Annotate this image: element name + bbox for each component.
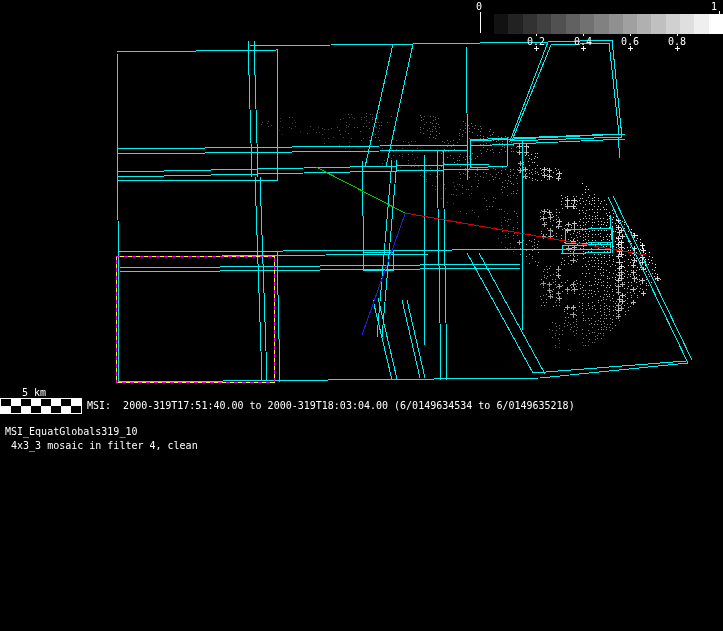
footprint-edge — [118, 363, 688, 382]
colorbar-step — [551, 14, 565, 34]
footprint-edge — [365, 44, 393, 167]
colorbar-tick-label: 0.2 — [527, 36, 545, 47]
footprint-edge — [117, 52, 119, 383]
colorbar-step — [694, 14, 708, 34]
colorbar-step — [566, 14, 580, 34]
footprint-edge — [378, 298, 397, 379]
colorbar-tick-label: 0.6 — [621, 36, 639, 47]
colorbar-step — [523, 14, 537, 34]
colorbar-tick-label: 0.8 — [668, 36, 686, 47]
sequence-description: 4x3_3 mosaic in filter 4, clean — [5, 440, 198, 451]
axis-line-red — [405, 213, 645, 255]
axis-line-green — [316, 167, 405, 213]
footprint-edge — [466, 45, 468, 180]
footprint-edge — [424, 155, 425, 345]
footprint-edge — [613, 196, 692, 360]
selected-footprint-dashed-outline — [116, 256, 274, 382]
colorbar-step — [680, 14, 694, 34]
footprint-edge — [118, 169, 490, 177]
footprint-edge — [373, 300, 392, 380]
colorbar-step — [508, 14, 522, 34]
colorbar-tick-label: 0.4 — [574, 36, 592, 47]
mosaic-footprint-outlines — [117, 40, 692, 383]
colorbar-step — [637, 14, 651, 34]
status-time-range: MSI: 2000-319T17:51:40.00 to 2000-319T18… — [87, 400, 575, 411]
visualization-window: 0 1 0.20.40.60.8 5 km MSI: 2000-319T17:5… — [0, 0, 723, 631]
colorbar-step — [609, 14, 623, 34]
scalebar-label: 5 km — [22, 387, 46, 398]
footprint-edge — [407, 300, 425, 378]
colorbar-step — [537, 14, 551, 34]
footprint-edge — [470, 138, 507, 168]
footprint-edge — [117, 50, 277, 180]
footprint-edge — [479, 253, 545, 374]
colorbar-step — [666, 14, 680, 34]
colorbar-step — [580, 14, 594, 34]
colorbar-max-label: 1 — [711, 1, 717, 12]
colorbar-min-label: 0 — [476, 1, 482, 12]
footprint-edge — [118, 145, 468, 149]
footprint-edge — [118, 249, 620, 252]
sequence-name: MSI_EquatGlobals319_10 — [5, 426, 137, 437]
colorbar-step — [594, 14, 608, 34]
footprint-edge — [386, 44, 413, 167]
footprint-edge — [248, 40, 252, 177]
footprint-wireframe-overlay — [0, 0, 723, 631]
footprint-edge — [120, 268, 522, 272]
colorbar-step — [623, 14, 637, 34]
scalebar-checker — [0, 398, 82, 414]
footprint-edge — [277, 250, 280, 382]
colorbar-step — [709, 14, 723, 34]
colorbar-gradient — [494, 14, 723, 34]
footprint-edge — [254, 40, 258, 177]
footprint-edge — [565, 228, 612, 244]
footprint-edge — [118, 150, 468, 154]
footprint-edge — [467, 253, 533, 373]
colorbar-step — [494, 14, 508, 34]
footprint-edge — [118, 164, 490, 172]
footprint-edge — [608, 197, 688, 363]
colorbar-step — [651, 14, 665, 34]
footprint-edge — [120, 264, 522, 268]
footprint-edge — [510, 40, 622, 141]
footprint-edge — [618, 137, 620, 158]
footprint-edge — [402, 300, 420, 378]
